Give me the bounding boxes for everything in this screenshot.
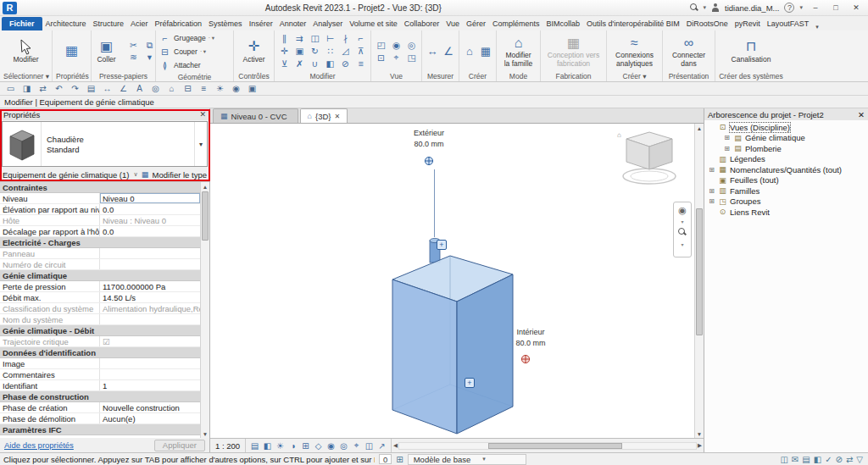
minimize-button[interactable]: – [808, 2, 823, 14]
type-selector[interactable]: Chaudière Standard ▾ [2, 121, 208, 167]
measure-icon[interactable]: ↔ [425, 42, 440, 59]
copy-icon[interactable]: ▣ [292, 45, 307, 58]
property-value[interactable]: 14.50 L/s [100, 292, 200, 302]
ribbon-state-toggle-icon[interactable]: ▾ [812, 24, 822, 30]
selection-filter-dropdown[interactable]: Equipement de génie climatique (1) ∨ [3, 170, 138, 180]
property-row[interactable]: Image [0, 358, 200, 369]
cut-profile-icon[interactable]: ⊡ [374, 51, 388, 64]
edit-type-button[interactable]: ▦ Modifier le type [141, 169, 207, 180]
property-value[interactable]: 0.0 [100, 226, 200, 236]
zoom-chevron-icon[interactable]: ▾ [681, 241, 683, 247]
property-row[interactable]: Contraintes [0, 182, 200, 193]
displacement-icon[interactable]: ↗ [376, 441, 388, 451]
paint-icon[interactable]: ◧ [323, 58, 337, 70]
tree-expander-icon[interactable]: ⊞ [723, 134, 731, 141]
ribbon-tab[interactable]: Analyser [309, 17, 346, 30]
tree-item[interactable]: ⊞ ▥ Familles [704, 185, 868, 197]
tree-item[interactable]: ⊞ ▤ Plomberie [704, 143, 868, 154]
signed-in-user[interactable]: tidiane.dia_M... [725, 3, 779, 13]
ribbon-tab[interactable]: Acier [127, 17, 152, 30]
property-row[interactable]: Classification du système Alimentation h… [0, 303, 200, 314]
property-row[interactable]: Décalage par rapport à l'hôte 0.0 [0, 226, 200, 237]
tree-item[interactable]: ⊞ ▦ Nomenclatures/Quantités (tout) [704, 164, 868, 175]
section-icon[interactable]: ⊟ [181, 83, 195, 95]
ribbon-tab[interactable]: Annoter [276, 17, 310, 30]
ribbon-tab[interactable]: Systèmes [205, 17, 246, 30]
pipe-button[interactable]: ⊓ Canalisation [732, 38, 771, 64]
property-value[interactable] [50, 182, 200, 192]
property-row[interactable]: Phase de démolition Aucun(e) [0, 413, 200, 424]
property-row[interactable]: Trajectoire critique ☑ [0, 336, 200, 347]
save-icon[interactable]: ◨ [19, 83, 34, 95]
scroll-down-icon[interactable]: ▼ [203, 429, 208, 438]
close-button[interactable]: ✕ [849, 2, 864, 14]
tree-item[interactable]: ⊙ Liens Revit [704, 207, 868, 218]
drawing-canvas[interactable]: Extérieur 80.0 mm [210, 124, 694, 438]
measure-icon[interactable]: ↔ [100, 83, 114, 95]
property-value[interactable]: 0.0 [100, 204, 200, 214]
ribbon-tab[interactable]: Structure [90, 17, 128, 30]
modify-button[interactable]: Modifier [9, 38, 43, 64]
thin-lines-icon[interactable]: ≡ [197, 83, 211, 95]
array-icon[interactable]: ∷ [323, 45, 337, 58]
properties-toggle-button[interactable]: ▦ [55, 42, 89, 60]
ribbon-tab[interactable]: BIMcollab [542, 17, 583, 30]
render-icon[interactable]: ◉ [229, 83, 243, 95]
property-row[interactable]: Niveau Niveau 0 [0, 193, 200, 204]
activate-controls-button[interactable]: ✛ Activer [237, 38, 271, 64]
editing-requests-icon[interactable]: ✉ [792, 455, 798, 464]
worksharing-icon[interactable]: ◫ [780, 455, 787, 464]
tree-item[interactable]: ⊞ ◳ Groupes [704, 197, 868, 208]
selection-filter-icon[interactable]: ▽ [856, 455, 863, 464]
property-value[interactable] [100, 259, 200, 269]
tree-expander-icon[interactable]: ⊞ [708, 166, 715, 174]
restore-button[interactable]: □ [828, 2, 843, 14]
sun-settings-icon[interactable]: ☀ [213, 83, 227, 95]
offset-icon[interactable]: ⇉ [292, 32, 307, 45]
tree-item[interactable]: ⊞ ▤ Génie climatique [704, 133, 868, 144]
tree-expander-icon[interactable]: ⊞ [708, 197, 715, 205]
revit-app-icon[interactable]: R [3, 2, 17, 14]
crop-region-visibility-icon[interactable]: ◇ [312, 441, 325, 451]
join-icon[interactable]: ∪ [308, 58, 322, 70]
design-options-icon[interactable]: ◧ [814, 455, 821, 464]
paste-options-icon[interactable]: ▾ [142, 51, 158, 63]
properties-scrollbar[interactable]: ▲ ▼ [200, 182, 209, 438]
redo-icon[interactable]: ↷ [68, 83, 82, 95]
delete-icon[interactable]: ✗ [292, 58, 307, 70]
property-value[interactable]: ☑ [100, 336, 200, 346]
property-row[interactable]: Hôte Niveau : Niveau 0 [0, 215, 200, 226]
ribbon-tab[interactable]: Collaborer [401, 17, 443, 30]
ribbon-tab[interactable]: Insérer [246, 17, 276, 30]
property-row[interactable]: Paramètres IFC [0, 424, 200, 435]
property-value[interactable]: Aucun(e) [100, 413, 200, 423]
viewcube[interactable]: ⌂ [615, 127, 682, 190]
view-reference-icon[interactable]: ◳ [404, 51, 419, 64]
cope-button[interactable]: ⌐Grugeage· ▾ [159, 31, 214, 44]
ribbon-tab[interactable]: LayoutFAST [764, 17, 813, 30]
type-selector-chevron-icon[interactable]: ▾ [194, 122, 207, 166]
connect-into-button[interactable]: ∞ Connecter dans [672, 34, 706, 68]
switch-windows-icon[interactable]: ▣ [245, 83, 259, 95]
help-chevron-icon[interactable]: ▾ [799, 4, 803, 11]
property-row[interactable]: Phase de création Nouvelle construction [0, 402, 200, 413]
rotate-icon[interactable]: ↻ [308, 45, 322, 58]
pin-icon[interactable]: ⊼ [353, 45, 368, 58]
edit-family-button[interactable]: ⌂ Modifier la famille [502, 34, 536, 68]
cut-geometry-button[interactable]: ⊟Couper· ▾ [159, 45, 206, 58]
undo-icon[interactable]: ↶ [52, 83, 66, 95]
view-tab[interactable]: ⌂ {3D} ✕ [300, 108, 348, 123]
sync-icon[interactable]: ⇄ [36, 83, 50, 95]
property-value[interactable] [92, 391, 200, 401]
scale-icon[interactable]: ◿ [338, 45, 353, 58]
ribbon-tab[interactable]: Outils d'interopérabilité BIM [583, 17, 683, 30]
help-icon[interactable]: ? [784, 3, 794, 13]
exclude-options-icon[interactable]: ⊘ [836, 455, 843, 464]
temporary-hide-isolate-icon[interactable]: ◉ [325, 441, 337, 451]
move-icon[interactable]: ✛ [277, 45, 292, 58]
mirror-icon[interactable]: ◫ [308, 32, 322, 45]
property-row[interactable]: Commentaires [0, 369, 200, 380]
property-row[interactable]: Phase de construction [0, 391, 200, 402]
view-scale-button[interactable]: 1 : 200 [210, 439, 246, 452]
property-value[interactable] [97, 325, 200, 335]
